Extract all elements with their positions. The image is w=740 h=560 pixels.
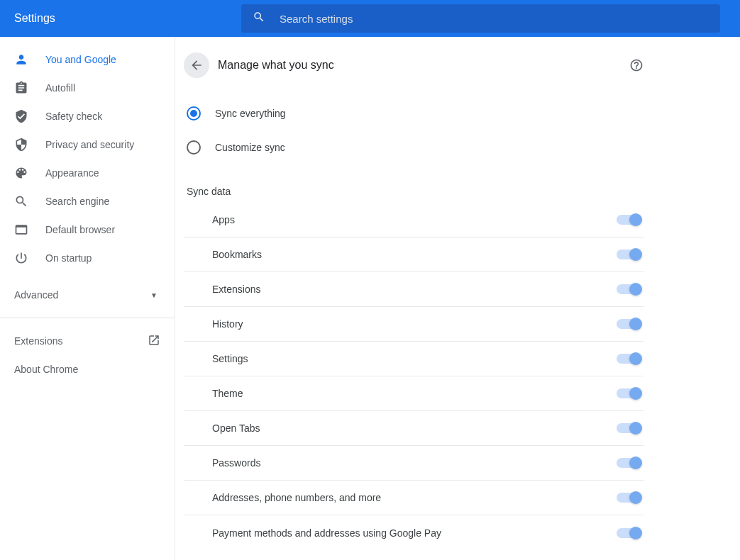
- sync-item: Open Tabs: [184, 411, 644, 446]
- toggle[interactable]: [617, 458, 641, 468]
- browser-icon: [14, 223, 28, 237]
- toggle-knob: [629, 527, 642, 539]
- help-button[interactable]: [629, 58, 644, 72]
- chevron-down-icon: ▼: [150, 291, 158, 299]
- clipboard-icon: [14, 81, 28, 95]
- radio-icon: [187, 106, 201, 121]
- sync-item: Passwords: [184, 446, 644, 481]
- radio-label: Customize sync: [215, 142, 285, 153]
- toggle-knob: [629, 352, 642, 365]
- sidebar-item-label: Appearance: [45, 167, 99, 179]
- toggle-knob: [629, 318, 642, 330]
- sidebar-item-label: Extensions: [14, 335, 62, 347]
- person-icon: [14, 52, 28, 67]
- sync-item-label: Bookmarks: [212, 249, 262, 260]
- toggle-knob: [629, 248, 642, 261]
- palette-icon: [14, 166, 28, 180]
- sync-data-list: AppsBookmarksExtensionsHistorySettingsTh…: [184, 203, 644, 550]
- radio-icon: [187, 140, 201, 155]
- sync-mode-radio-group: Sync everything Customize sync: [184, 82, 644, 164]
- sidebar-item-label: Autofill: [45, 82, 75, 94]
- toggle-knob: [629, 283, 642, 296]
- toggle[interactable]: [617, 528, 641, 538]
- search-icon: [14, 194, 28, 208]
- shield-check-icon: [14, 109, 28, 123]
- sidebar-item-appearance[interactable]: Appearance: [0, 159, 175, 187]
- sync-item: Addresses, phone numbers, and more: [184, 481, 644, 515]
- radio-customize-sync[interactable]: Customize sync: [187, 130, 644, 164]
- sync-item: History: [184, 307, 644, 342]
- sync-item-label: Addresses, phone numbers, and more: [212, 492, 381, 503]
- toggle-knob: [629, 457, 642, 469]
- search-icon: [253, 11, 265, 26]
- sync-item-label: Settings: [212, 353, 248, 364]
- sync-item-label: Apps: [212, 214, 235, 225]
- toggle[interactable]: [617, 493, 641, 503]
- sync-item: Settings: [184, 342, 644, 376]
- toggle[interactable]: [617, 319, 641, 329]
- sync-item: Payment methods and addresses using Goog…: [184, 515, 644, 550]
- open-in-new-icon: [148, 334, 160, 349]
- radio-label: Sync everything: [215, 108, 286, 119]
- sync-item-label: Theme: [212, 388, 243, 399]
- advanced-label: Advanced: [14, 289, 58, 301]
- main-content: Manage what you sync Sync everything Cus…: [175, 37, 740, 560]
- sync-item: Bookmarks: [184, 237, 644, 272]
- search-input[interactable]: [280, 13, 709, 25]
- sync-item-label: Payment methods and addresses using Goog…: [212, 527, 441, 539]
- toggle-knob: [629, 491, 642, 504]
- toggle[interactable]: [617, 215, 641, 225]
- power-icon: [14, 251, 28, 265]
- sidebar-item-label: Default browser: [45, 224, 115, 235]
- sidebar-item-on-startup[interactable]: On startup: [0, 244, 175, 272]
- sidebar-item-label: Safety check: [45, 111, 102, 122]
- app-header: Settings: [0, 0, 740, 37]
- search-bar[interactable]: [241, 4, 720, 33]
- sidebar-item-default-browser[interactable]: Default browser: [0, 215, 175, 244]
- toggle[interactable]: [617, 250, 641, 259]
- sidebar-item-label: On startup: [45, 252, 92, 264]
- sidebar-item-search-engine[interactable]: Search engine: [0, 187, 175, 215]
- sync-item-label: Extensions: [212, 284, 260, 295]
- sidebar-item-autofill[interactable]: Autofill: [0, 74, 175, 102]
- toggle-knob: [629, 422, 642, 435]
- radio-sync-everything[interactable]: Sync everything: [187, 96, 644, 130]
- toggle[interactable]: [617, 423, 641, 433]
- sync-item-label: Open Tabs: [212, 422, 260, 434]
- app-title: Settings: [14, 12, 241, 25]
- page-title: Manage what you sync: [218, 59, 629, 72]
- sync-item-label: Passwords: [212, 457, 260, 469]
- sidebar-item-label: About Chrome: [14, 364, 78, 375]
- sidebar-item-label: Search engine: [45, 196, 109, 207]
- toggle-knob: [629, 387, 642, 400]
- sync-item-label: History: [212, 318, 243, 330]
- toggle[interactable]: [617, 284, 641, 294]
- advanced-toggle[interactable]: Advanced ▼: [0, 281, 175, 309]
- sidebar-item-you-and-google[interactable]: You and Google: [0, 45, 175, 74]
- subheader: Manage what you sync: [184, 48, 644, 82]
- toggle[interactable]: [617, 388, 641, 398]
- sidebar-item-extensions[interactable]: Extensions: [0, 327, 175, 355]
- sidebar-item-label: You and Google: [45, 54, 116, 65]
- toggle-knob: [629, 213, 642, 226]
- section-title: Sync data: [184, 164, 644, 203]
- sync-item: Extensions: [184, 272, 644, 307]
- sidebar-item-privacy-security[interactable]: Privacy and security: [0, 130, 175, 159]
- divider: [0, 318, 175, 318]
- toggle[interactable]: [617, 354, 641, 364]
- sidebar-item-about-chrome[interactable]: About Chrome: [0, 355, 175, 383]
- help-icon: [629, 58, 644, 72]
- sidebar-item-label: Privacy and security: [45, 139, 134, 150]
- sync-item: Theme: [184, 376, 644, 411]
- arrow-back-icon: [189, 58, 204, 72]
- sidebar: You and Google Autofill Safety check Pri…: [0, 37, 175, 560]
- sync-item: Apps: [184, 203, 644, 237]
- sidebar-item-safety-check[interactable]: Safety check: [0, 102, 175, 130]
- back-button[interactable]: [184, 52, 209, 78]
- shield-icon: [14, 138, 28, 152]
